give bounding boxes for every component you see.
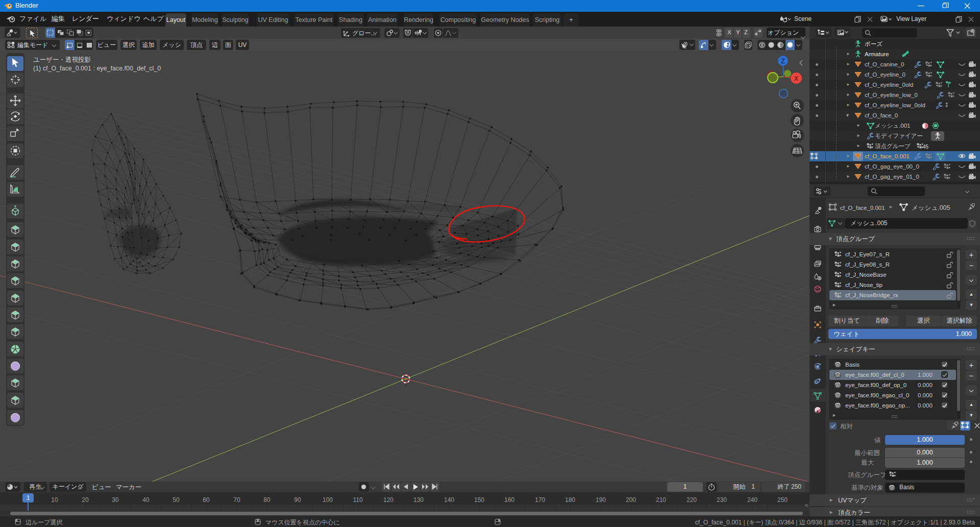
svg-text:X: X bbox=[794, 75, 798, 82]
svg-text:Z: Z bbox=[781, 58, 785, 65]
